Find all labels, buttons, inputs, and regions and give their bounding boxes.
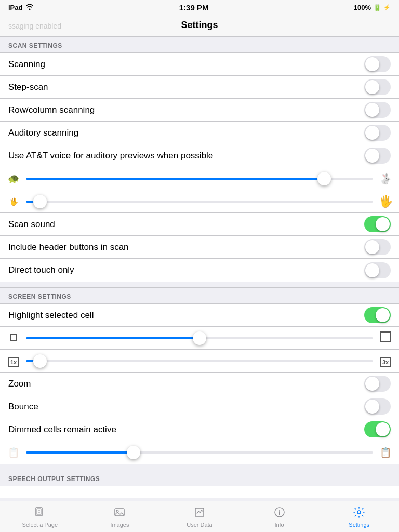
section-gap-2: [0, 464, 399, 470]
opacity-slider-container[interactable]: [26, 447, 373, 458]
direct-touch-label: Direct touch only: [8, 265, 74, 275]
opacity-slider-thumb[interactable]: [127, 446, 140, 459]
opacity-low-icon: 📋: [6, 447, 21, 458]
include-header-label: Include header buttons in scan: [8, 242, 129, 252]
tab-info-label: Info: [274, 522, 284, 528]
zoom-level-slider-row: 1x 3x: [0, 350, 399, 373]
userdata-icon: [193, 506, 206, 521]
speed-slider-thumb[interactable]: [317, 172, 331, 185]
dimmed-cells-toggle[interactable]: [364, 421, 391, 437]
square-small-icon: [6, 332, 21, 344]
settings-icon: [353, 506, 365, 521]
row-column-row: Row/column scanning: [0, 99, 399, 122]
step-scan-toggle-knob: [365, 80, 379, 94]
rabbit-icon: 🐇: [378, 172, 393, 185]
scanning-toggle-knob: [365, 57, 379, 71]
zoom-level-slider-track: [26, 360, 373, 362]
bounce-toggle[interactable]: [364, 398, 391, 415]
row-column-toggle[interactable]: [364, 102, 391, 118]
info-icon: [273, 506, 286, 521]
att-voice-label: Use AT&T voice for auditory previews whe…: [8, 151, 213, 161]
direct-touch-toggle[interactable]: [364, 262, 391, 278]
step-scan-row: Step-scan: [0, 76, 399, 99]
screen-settings-header: SCREEN SETTINGS: [0, 287, 399, 303]
highlight-selected-toggle[interactable]: [364, 307, 391, 323]
include-header-toggle[interactable]: [364, 239, 391, 255]
border-size-slider-container[interactable]: [26, 333, 373, 343]
turtle-icon: 🐢: [6, 173, 21, 184]
zoom-label: Zoom: [8, 379, 31, 389]
tab-info[interactable]: Info: [240, 506, 320, 528]
tab-select-a-page[interactable]: Select a Page: [0, 506, 80, 528]
zoom-toggle[interactable]: [364, 376, 391, 392]
screen-settings-group: Highlight selected cell 1x: [0, 303, 399, 464]
border-size-slider-row: [0, 327, 399, 350]
include-header-row: Include header buttons in scan: [0, 236, 399, 259]
watermark-text: ssaging enabled: [0, 22, 61, 30]
time-label: 1:39 PM: [179, 3, 209, 12]
step-scan-label: Step-scan: [8, 82, 48, 92]
tab-settings-label: Settings: [349, 522, 369, 528]
battery-label: 100%: [354, 4, 371, 11]
att-voice-row: Use AT&T voice for auditory previews whe…: [0, 144, 399, 167]
tab-user-data[interactable]: User Data: [159, 506, 240, 528]
tab-user-data-label: User Data: [187, 522, 212, 528]
scan-sound-label: Scan sound: [8, 219, 55, 230]
direct-touch-toggle-knob: [365, 263, 379, 277]
size-slider-row: 🖐 🖐: [0, 190, 399, 213]
scan-sound-toggle[interactable]: [364, 216, 391, 232]
opacity-high-icon: 📋: [378, 447, 393, 458]
nav-title: Settings: [181, 20, 218, 30]
section-gap-1: [0, 282, 399, 287]
highlight-selected-label: Highlight selected cell: [8, 310, 94, 321]
scan-settings-header: SCAN SETTINGS: [0, 36, 399, 52]
zoom-level-slider-thumb[interactable]: [33, 354, 47, 368]
svg-rect-4: [115, 509, 124, 516]
badge-3x-icon: 3x: [378, 355, 393, 367]
size-slider-thumb[interactable]: [33, 195, 47, 208]
row-column-label: Row/column scanning: [8, 105, 95, 115]
scanning-toggle[interactable]: [364, 56, 391, 72]
zoom-level-slider-container[interactable]: [26, 356, 373, 366]
size-slider-container[interactable]: [26, 196, 373, 207]
row-column-toggle-knob: [365, 103, 379, 117]
opacity-slider-track: [26, 451, 373, 454]
zoom-row: Zoom: [0, 373, 399, 395]
scan-sound-row: Scan sound: [0, 213, 399, 236]
square-large-icon: [378, 331, 393, 344]
hand-large-icon: 🖐: [378, 195, 393, 208]
direct-touch-row: Direct touch only: [0, 259, 399, 282]
nav-bar: ssaging enabled Settings: [0, 15, 399, 36]
tab-select-a-page-label: Select a Page: [22, 522, 58, 528]
badge-1x-icon: 1x: [6, 355, 21, 367]
status-bar: iPad 1:39 PM 100% 🔋 ⚡: [0, 0, 399, 15]
hand-small-icon: 🖐: [6, 197, 21, 206]
scanning-row: Scanning: [0, 53, 399, 76]
auditory-scanning-toggle[interactable]: [364, 125, 391, 141]
att-voice-toggle-knob: [365, 149, 379, 163]
speed-slider-container[interactable]: [26, 174, 373, 184]
bounce-row: Bounce: [0, 395, 399, 418]
speed-slider-row: 🐢 🐇: [0, 167, 399, 190]
dimmed-cells-label: Dimmed cells remain active: [8, 424, 116, 435]
border-size-slider-thumb[interactable]: [193, 331, 206, 345]
status-left: iPad: [8, 4, 34, 11]
scanning-label: Scanning: [8, 59, 45, 70]
svg-point-9: [279, 510, 280, 511]
tab-settings[interactable]: Settings: [319, 506, 399, 528]
speech-output-header: SPEECH OUTPUT SETTINGS: [0, 470, 399, 486]
size-slider-track: [26, 201, 373, 203]
speed-slider-fill: [26, 178, 324, 180]
pages-icon: [34, 506, 46, 521]
images-icon: [113, 506, 126, 521]
auditory-scanning-toggle-knob: [365, 126, 379, 140]
speech-output-group: [0, 486, 399, 498]
battery-icon: 🔋: [373, 4, 381, 11]
charging-icon: ⚡: [383, 4, 391, 11]
scroll-area[interactable]: SCAN SETTINGS Scanning Step-scan Row/col…: [0, 36, 399, 498]
att-voice-toggle[interactable]: [364, 148, 391, 164]
zoom-toggle-knob: [365, 377, 379, 391]
tab-images[interactable]: Images: [80, 506, 160, 528]
dimmed-cells-row: Dimmed cells remain active: [0, 418, 399, 441]
step-scan-toggle[interactable]: [364, 79, 391, 95]
